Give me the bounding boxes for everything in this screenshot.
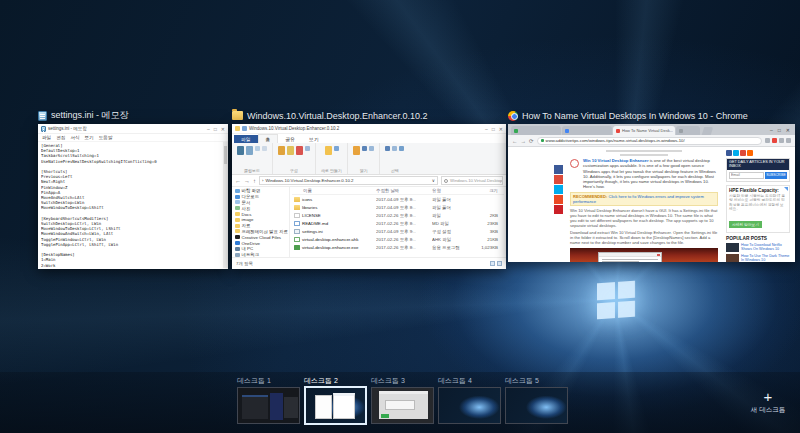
- move-to-icon[interactable]: [278, 146, 285, 155]
- scrollbar[interactable]: [223, 142, 228, 268]
- desktop-thumbnail-4[interactable]: [438, 387, 501, 424]
- popular-post-item[interactable]: How To Download Netflix Shows On Windows…: [726, 243, 790, 252]
- recommended-banner[interactable]: RECOMMENDED: Click here to fix Windows e…: [570, 192, 718, 206]
- thumbnail-view-icon[interactable]: [497, 261, 502, 266]
- new-tab-button[interactable]: [702, 127, 714, 135]
- facebook-follow-icon[interactable]: [726, 150, 732, 156]
- menu-view[interactable]: 보기: [85, 135, 94, 140]
- column-date-modified[interactable]: 수정한 날짜: [376, 188, 432, 193]
- minimize-icon[interactable]: –: [770, 127, 773, 133]
- tab-share[interactable]: 공유: [278, 135, 302, 143]
- address-bar[interactable]: › Windows.10.Virtual.Desktop.Enhancer.0.…: [259, 176, 438, 185]
- sidebar-item-folder[interactable]: 프레젠테이션 발표 자료: [235, 229, 289, 235]
- menu-edit[interactable]: 편집: [56, 135, 65, 140]
- reddit-share-icon[interactable]: [554, 195, 563, 204]
- new-folder-icon[interactable]: [325, 146, 332, 155]
- cut-icon[interactable]: [262, 146, 267, 151]
- back-icon[interactable]: ←: [512, 138, 518, 144]
- maximize-icon[interactable]: □: [778, 127, 781, 133]
- close-icon[interactable]: ✕: [499, 126, 503, 132]
- new-desktop-button[interactable]: + 새 데스크톱: [742, 389, 794, 415]
- article-link[interactable]: Win 10 Virtual Desktop Enhancer: [583, 158, 649, 163]
- paste-icon[interactable]: [255, 146, 260, 151]
- window-thumbnail-notepad[interactable]: settings.ini - 메모장 – □ ✕ 파일 편집 서식 보기 도움말…: [38, 124, 228, 269]
- browser-tab-active[interactable]: How To Name Virtual Desk...: [613, 126, 675, 135]
- refresh-icon[interactable]: ⟳: [529, 138, 534, 144]
- window-thumbnail-chrome[interactable]: How To Name Virtual Desk... – □ ✕ ← → ⟳ …: [508, 124, 795, 262]
- menu-format[interactable]: 서식: [70, 135, 79, 140]
- ad-choices-icon[interactable]: [784, 187, 788, 191]
- minimize-icon[interactable]: –: [485, 126, 488, 132]
- breadcrumb[interactable]: Windows.10.Virtual.Desktop.Enhancer.0.10…: [265, 178, 353, 183]
- popular-post-item[interactable]: How To Use The Dark Theme In Windows 10: [726, 254, 790, 262]
- post-title-link[interactable]: How To Download Netflix Shows On Windows…: [741, 243, 790, 252]
- subscribe-button[interactable]: SUBSCRIBE: [765, 172, 787, 179]
- file-row[interactable]: libraries 2017-04-09 오후 8:.. 파일 폴더: [292, 203, 504, 211]
- browser-tab[interactable]: [676, 126, 700, 135]
- browser-tab[interactable]: [562, 126, 612, 135]
- ad-cta-button[interactable]: 자세히 알아보기: [729, 221, 762, 228]
- tab-file[interactable]: 파일: [234, 135, 258, 143]
- back-icon[interactable]: ←: [235, 178, 241, 184]
- close-icon[interactable]: ✕: [786, 127, 790, 133]
- properties-icon[interactable]: [362, 146, 367, 151]
- file-row[interactable]: icons 2017-04-09 오후 8:.. 파일 폴더: [292, 195, 504, 203]
- menu-help[interactable]: 도움말: [99, 135, 113, 140]
- file-row[interactable]: LICENSE 2017-02-26 오후 8:.. 파일 2KB: [292, 211, 504, 219]
- desktop-thumbnail-3[interactable]: [371, 387, 434, 424]
- forward-icon[interactable]: →: [244, 178, 250, 184]
- tab-view[interactable]: 보기: [302, 135, 326, 143]
- sidebar-item-creative-cloud[interactable]: Creative Cloud Files: [235, 234, 289, 240]
- copy-icon[interactable]: [246, 146, 253, 155]
- file-row[interactable]: virtual-desktop-enhancer.ahk 2017-02-26 …: [292, 235, 504, 243]
- file-row[interactable]: README.md 2017-02-26 오후 8:.. MD 파일 23KB: [292, 219, 504, 227]
- notepad-text-area[interactable]: [General] DefaultDesktop=1 TaskbarScroll…: [38, 142, 228, 268]
- twitter-follow-icon[interactable]: [733, 150, 739, 156]
- rss-follow-icon[interactable]: [747, 150, 753, 156]
- list-view-icon[interactable]: [490, 261, 495, 266]
- file-row[interactable]: settings.ini 2017-04-09 오후 9:.. 구성 설정 3K…: [292, 227, 504, 235]
- window-thumbnail-explorer[interactable]: Windows.10.Virtual.Desktop.Enhancer.0.10…: [232, 124, 506, 269]
- new-item-icon[interactable]: [334, 146, 339, 151]
- column-name[interactable]: 이름: [292, 188, 376, 193]
- pinterest-share-icon[interactable]: [554, 205, 563, 214]
- maximize-icon[interactable]: □: [214, 126, 217, 132]
- menu-dots-icon[interactable]: [786, 138, 791, 143]
- edit-icon[interactable]: [369, 146, 374, 151]
- rename-icon[interactable]: [305, 146, 310, 151]
- subscribe-email-input[interactable]: [729, 172, 764, 179]
- menu-file[interactable]: 파일: [42, 135, 51, 140]
- forward-icon[interactable]: →: [521, 138, 527, 144]
- facebook-share-icon[interactable]: [554, 165, 563, 174]
- browser-tab[interactable]: [511, 126, 561, 135]
- desktop-thumbnail-2-selected[interactable]: [304, 386, 367, 425]
- extension-icon[interactable]: [772, 138, 777, 143]
- up-icon[interactable]: ↑: [253, 178, 256, 184]
- quick-access-toolbar-icon[interactable]: [242, 126, 247, 131]
- column-type[interactable]: 유형: [432, 188, 474, 193]
- explorer-search-input[interactable]: Windows.10.Virtual.Desktop.. 검색: [441, 176, 503, 185]
- twitter-share-icon[interactable]: [554, 185, 563, 194]
- select-all-icon[interactable]: [385, 146, 390, 151]
- minimize-icon[interactable]: –: [207, 126, 210, 132]
- file-row[interactable]: virtual-desktop-enhancer.exe 2017-02-26 …: [292, 243, 504, 251]
- select-none-icon[interactable]: [392, 146, 397, 151]
- invert-selection-icon[interactable]: [399, 146, 404, 151]
- post-title-link[interactable]: How To Use The Dark Theme In Windows 10: [741, 254, 790, 262]
- maximize-icon[interactable]: □: [492, 126, 495, 132]
- advertisement[interactable]: HPE Flexible Capacity: 사용한 만큼 지불하는 유연한 I…: [726, 185, 790, 233]
- extension-icon[interactable]: [765, 138, 770, 143]
- copy-to-icon[interactable]: [287, 146, 294, 155]
- extension-icon[interactable]: [779, 138, 784, 143]
- pin-icon[interactable]: [237, 146, 244, 155]
- column-size[interactable]: 크기: [474, 188, 498, 193]
- close-icon[interactable]: ✕: [221, 126, 225, 132]
- tab-home[interactable]: 홈: [258, 134, 279, 143]
- delete-icon[interactable]: [296, 146, 303, 155]
- sidebar-item-network[interactable]: 네트워크: [235, 252, 289, 257]
- googleplus-follow-icon[interactable]: [740, 150, 746, 156]
- desktop-thumbnail-5[interactable]: [505, 387, 568, 424]
- desktop-thumbnail-1[interactable]: [237, 387, 300, 424]
- googleplus-share-icon[interactable]: [554, 175, 563, 184]
- open-icon[interactable]: [353, 146, 360, 155]
